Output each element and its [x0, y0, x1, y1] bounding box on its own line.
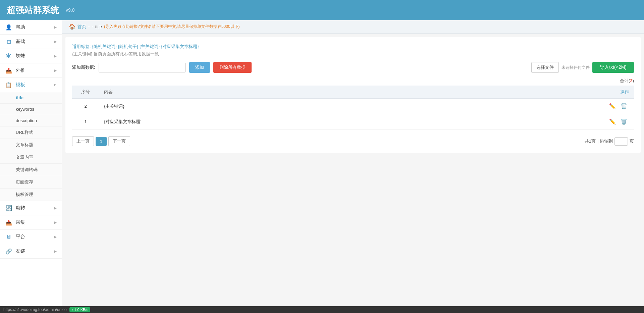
statusbar: https://a1.wodeimg.top/admin/unico ↑ 1.0… [0, 306, 644, 313]
add-button[interactable]: 添加 [189, 62, 210, 73]
breadcrumb-current: - [92, 24, 93, 29]
sidebar-item-other[interactable]: 🔗 友链 ▶ [0, 244, 62, 259]
page-unit: 页 [630, 138, 634, 144]
delete-button[interactable]: 🗑️ [619, 117, 629, 126]
table-row: 2 {主关键词} ✏️ 🗑️ [72, 99, 634, 114]
chevron-icon: ▶ [54, 206, 57, 210]
header: 超强站群系统 v9.0 [0, 0, 644, 20]
breadcrumb-page-name: title [95, 24, 102, 29]
sidebar-item-help[interactable]: 👤 帮助 ▶ [0, 20, 62, 35]
col-seq: 序号 [72, 86, 99, 99]
sidebar-item-page-cache[interactable]: 页面缓存 [0, 176, 62, 189]
app-title: 超强站群系统 [7, 4, 59, 16]
import-actions: 选择文件 未选择任何文件 导入txt(<2M) [531, 62, 634, 73]
breadcrumb-home-link[interactable]: 首页 [77, 24, 86, 30]
sidebar-item-article-content[interactable]: 文章内容 [0, 151, 62, 164]
sidebar-item-title[interactable]: title [0, 92, 62, 104]
breadcrumb-separator: - [88, 24, 90, 29]
sidebar-label-basic: 基础 [16, 39, 54, 45]
cell-actions: ✏️ 🗑️ [594, 114, 634, 129]
edit-button[interactable]: ✏️ [607, 102, 618, 110]
sidebar-item-outreach[interactable]: 📤 外推 ▶ [0, 63, 62, 78]
chevron-down-icon: ▼ [53, 83, 57, 87]
page-info: 共1页 | 跳转到 页 [585, 137, 634, 146]
import-button[interactable]: 导入txt(<2M) [592, 62, 634, 73]
delete-all-button[interactable]: 删除所有数据 [213, 62, 252, 73]
help-icon: 👤 [5, 23, 12, 31]
sidebar-label-spider: 蜘蛛 [16, 53, 54, 59]
sidebar-item-basic[interactable]: ⊞ 基础 ▶ [0, 35, 62, 49]
page-1-button[interactable]: 1 [96, 137, 107, 146]
sidebar-label-template: 模板 [16, 82, 53, 88]
sidebar-item-template-manage[interactable]: 模板管理 [0, 189, 62, 201]
add-data-input[interactable] [99, 63, 186, 72]
chevron-icon: ▶ [54, 54, 57, 58]
sidebar-label-collect: 采集 [16, 219, 54, 225]
tags-line1: 适用标签: {随机关键词} {随机句子} {主关键词} {对应采集文章标题} [72, 44, 634, 50]
home-icon: 🏠 [69, 23, 75, 30]
breadcrumb: 🏠 首页 - - title (导入失败点此链接?文件名请不要用中文,请尽量保持… [62, 20, 644, 34]
chevron-icon: ▶ [54, 220, 57, 225]
spider-icon: 🕷 [5, 52, 12, 60]
cell-actions: ✏️ 🗑️ [594, 99, 634, 114]
cell-content: {主关键词} [99, 99, 594, 114]
cell-seq: 2 [72, 99, 99, 114]
sidebar-label-redirect: 就转 [16, 205, 54, 211]
cell-seq: 1 [72, 114, 99, 129]
count-label: 合计 [620, 78, 629, 83]
sidebar-item-keywords[interactable]: keywords [0, 104, 62, 115]
other-icon: 🔗 [5, 248, 12, 255]
edit-button[interactable]: ✏️ [607, 117, 618, 126]
main-content: 🏠 首页 - - title (导入失败点此链接?文件名请不要用中文,请尽量保持… [62, 20, 644, 306]
choose-file-button[interactable]: 选择文件 [531, 62, 559, 73]
sidebar-item-redirect[interactable]: 🔄 就转 ▶ [0, 201, 62, 215]
chevron-icon: ▶ [54, 234, 57, 239]
sidebar-item-spider[interactable]: 🕷 蜘蛛 ▶ [0, 49, 62, 63]
redirect-icon: 🔄 [5, 204, 12, 212]
sidebar-label-outreach: 外推 [16, 67, 54, 73]
chevron-icon: ▶ [54, 25, 57, 30]
basic-icon: ⊞ [5, 38, 12, 45]
sidebar-item-platform[interactable]: 🖥 平台 ▶ [0, 230, 62, 244]
sidebar-label-help: 帮助 [16, 24, 54, 30]
add-label: 添加新数据: [72, 64, 95, 70]
tags-line2: {主关键词}:当前页面所有此标签调用数据一致 [72, 51, 634, 57]
sidebar: 👤 帮助 ▶ ⊞ 基础 ▶ 🕷 蜘蛛 ▶ 📤 外推 ▶ 📋 模板 ▼ [0, 20, 62, 306]
table-header-row: 序号 内容 操作 [72, 86, 634, 99]
prev-page-button[interactable]: 上一页 [72, 136, 94, 146]
sidebar-label-other: 友链 [16, 248, 54, 254]
table-row: 1 {对应采集文章标题} ✏️ 🗑️ [72, 114, 634, 129]
sidebar-item-collect[interactable]: 📥 采集 ▶ [0, 215, 62, 230]
app-version: v9.0 [66, 7, 74, 13]
template-icon: 📋 [5, 81, 12, 89]
add-data-row: 添加新数据: 添加 删除所有数据 选择文件 未选择任何文件 导入txt(<2M) [72, 62, 634, 73]
sidebar-item-url-style[interactable]: URL样式 [0, 126, 62, 139]
breadcrumb-hint: (导入失败点此链接?文件名请不要用中文,请尽量保持单文件数据在5000以下) [104, 24, 240, 30]
tags-info: 适用标签: {随机关键词} {随机句子} {主关键词} {对应采集文章标题} {… [72, 44, 634, 57]
platform-icon: 🖥 [5, 233, 12, 241]
chevron-icon: ▶ [54, 249, 57, 254]
col-actions: 操作 [594, 86, 634, 99]
sidebar-item-description[interactable]: description [0, 115, 62, 126]
sidebar-item-template[interactable]: 📋 模板 ▼ [0, 78, 62, 92]
count-row: 合计(2) [72, 78, 634, 84]
outreach-icon: 📤 [5, 67, 12, 74]
sidebar-item-keyword-encode[interactable]: 关键词转码 [0, 164, 62, 176]
sidebar-label-platform: 平台 [16, 234, 54, 240]
status-speed: ↑ 1.0 KB/s [69, 307, 90, 312]
status-url: https://a1.wodeimg.top/admin/unico [3, 307, 67, 312]
cell-content: {对应采集文章标题} [99, 114, 594, 129]
chevron-icon: ▶ [54, 39, 57, 44]
delete-button[interactable]: 🗑️ [619, 102, 629, 110]
template-submenu: title keywords description URL样式 文章标题 文章… [0, 92, 62, 201]
sidebar-item-article-title[interactable]: 文章标题 [0, 139, 62, 151]
page-jump-input[interactable] [614, 137, 628, 146]
content-panel: 适用标签: {随机关键词} {随机句子} {主关键词} {对应采集文章标题} {… [65, 37, 641, 153]
total-pages: 共1页 [585, 138, 596, 144]
next-page-button[interactable]: 下一页 [108, 136, 130, 146]
file-status: 未选择任何文件 [561, 65, 590, 70]
pagination: 上一页 1 下一页 共1页 | 跳转到 页 [72, 136, 634, 146]
col-content: 内容 [99, 86, 594, 99]
collect-icon: 📥 [5, 219, 12, 226]
jump-label: | 跳转到 [597, 138, 613, 144]
